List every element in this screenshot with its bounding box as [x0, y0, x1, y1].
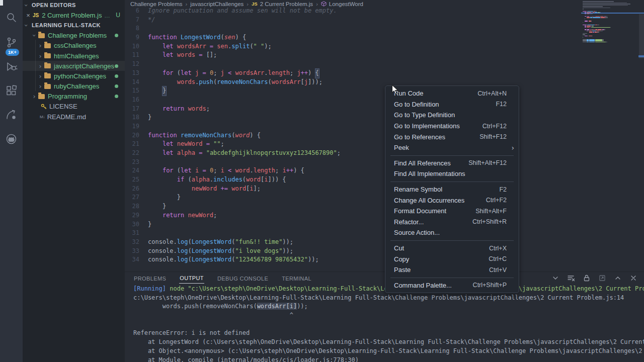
code-line-21: 21 let newWord = ""; — [125, 140, 644, 149]
menu-item-label: Format Document — [394, 207, 446, 215]
menu-item-find-all-references[interactable]: Find All ReferencesShift+Alt+F12 — [385, 158, 519, 169]
menu-item-paste[interactable]: PasteCtrl+V — [385, 264, 519, 276]
activity-bar: 1K+ — [0, 0, 23, 362]
menu-item-run-code[interactable]: Run CodeCtrl+Alt+N — [385, 88, 519, 99]
tree-item-label: htmlChallenges — [54, 52, 99, 60]
tree-item-label: pythonChallenges — [54, 72, 106, 80]
maximize-panel-icon[interactable] — [614, 274, 622, 282]
panel-tab-debug-console[interactable]: DEBUG CONSOLE — [217, 274, 269, 284]
lock-icon[interactable] — [583, 274, 591, 282]
code-line-34: 34console.log(LongestWord("123456789 987… — [125, 255, 644, 264]
code-line-12: 12 — [125, 60, 644, 69]
close-icon[interactable]: × — [25, 12, 32, 19]
menu-item-go-to-references[interactable]: Go to ReferencesShift+F12 — [385, 131, 519, 142]
panel-tab-terminal[interactable]: TERMINAL — [281, 274, 312, 284]
tree-item-Challenge Problems[interactable]: ›Challenge Problems — [23, 31, 125, 41]
menu-item-shortcut: Ctrl+F2 — [486, 197, 507, 204]
line-number: 8 — [125, 24, 148, 33]
tree-item-rubyChallenges[interactable]: ›rubyChallenges — [23, 81, 125, 92]
menu-item-change-all-occurrences[interactable]: Change All OccurrencesCtrl+F2 — [385, 195, 519, 206]
close-panel-icon[interactable] — [629, 274, 637, 282]
workspace-header[interactable]: › LEARNING FULL-STACK — [23, 20, 125, 30]
menu-item-copy[interactable]: CopyCtrl+C — [385, 253, 519, 264]
symbol-class-icon — [321, 1, 327, 7]
menu-item-label: Copy — [394, 255, 409, 263]
line-number: 20 — [125, 131, 148, 140]
code-line-22: 22 let alpha = "abcdefghijklnopqrstuvxyz… — [125, 149, 644, 158]
open-output-in-editor-icon[interactable] — [598, 274, 606, 282]
breadcrumb-label: javascriptChallenges — [190, 1, 244, 7]
license-key-icon — [41, 104, 47, 110]
code-line-27: 27 } — [125, 193, 644, 202]
tree-item-pythonChallenges[interactable]: ›pythonChallenges — [23, 71, 125, 81]
menu-item-go-to-type-definition[interactable]: Go to Type Definition — [385, 110, 519, 121]
breadcrumb-item-2[interactable]: javascriptChallenges — [190, 1, 244, 7]
menu-item-peek[interactable]: Peek› — [385, 142, 519, 153]
tree-item-javascriptChallenges[interactable]: ›javascriptChallenges — [23, 61, 125, 71]
code-line-28: 28 } — [125, 202, 644, 211]
live-share-icon[interactable] — [5, 109, 18, 121]
open-editors-header[interactable]: › OPEN EDITORS — [23, 0, 125, 10]
output-line: at Object.<anonymous> (c:\Users\steph\On… — [133, 347, 644, 356]
open-editor-filename: 2 Current Problem.js — [42, 12, 102, 19]
menu-item-label: Run Code — [394, 89, 424, 97]
breadcrumb-item-1[interactable]: Challenge Problems — [130, 1, 183, 7]
menu-item-shortcut: Shift+F12 — [479, 133, 507, 140]
code-line-23: 23 — [125, 158, 644, 167]
menu-item-label: Paste — [394, 266, 411, 274]
tree-item-LICENSE[interactable]: LICENSE — [23, 102, 125, 112]
menu-item-label: Change All Occurrences — [394, 197, 464, 204]
menu-item-label: Rename Symbol — [394, 186, 442, 193]
bottom-panel: PROBLEMSOUTPUTDEBUG CONSOLETERMINAL [Run… — [125, 272, 644, 362]
menu-item-rename-symbol[interactable]: Rename SymbolF2 — [385, 184, 519, 195]
menu-item-refactor[interactable]: Refactor...Ctrl+Shift+R — [385, 217, 519, 228]
code-line-31: 31 — [125, 229, 644, 238]
menu-item-cut[interactable]: CutCtrl+X — [385, 243, 519, 254]
code-area[interactable]: 6Ignore punctuation and assume sen will … — [125, 7, 644, 272]
breadcrumb-item-3[interactable]: JS2 Current Problem.js — [252, 1, 313, 7]
extensions-icon[interactable] — [5, 84, 18, 97]
code-line-26: 26 newWord += word[i]; — [125, 185, 644, 194]
git-modified-dot — [115, 95, 118, 98]
chevron-right-icon: › — [37, 42, 44, 49]
tree-item-cssChallenges[interactable]: ›cssChallenges — [23, 41, 125, 51]
github-icon[interactable] — [5, 133, 18, 145]
panel-tab-problems[interactable]: PROBLEMS — [133, 274, 167, 284]
menu-item-source-action[interactable]: Source Action... — [385, 227, 519, 238]
output-channel-dropdown-icon[interactable] — [551, 274, 559, 282]
markdown-icon: M↓ — [40, 115, 45, 119]
tree-item-htmlChallenges[interactable]: ›htmlChallenges — [23, 51, 125, 61]
menu-item-label: Peek — [394, 144, 409, 151]
tree-item-README.md[interactable]: M↓README.md — [23, 112, 125, 122]
run-and-debug-icon[interactable] — [5, 60, 18, 73]
menu-item-shortcut: Ctrl+F12 — [482, 123, 507, 130]
output-console[interactable]: [Running] node "c:\Users\steph\OneDrive\… — [125, 285, 644, 362]
breadcrumb-item-4[interactable]: LongestWord — [321, 1, 363, 7]
line-number: 17 — [125, 105, 148, 114]
source-control-icon[interactable] — [5, 36, 18, 49]
menu-item-command-palette[interactable]: Command Palette...Ctrl+Shift+P — [385, 280, 519, 291]
menu-divider — [390, 278, 514, 278]
search-icon[interactable] — [5, 11, 18, 24]
menu-item-find-all-implementations[interactable]: Find All Implementations — [385, 168, 519, 179]
menu-item-go-to-implementations[interactable]: Go to ImplementationsCtrl+F12 — [385, 121, 519, 132]
clear-output-icon[interactable] — [567, 274, 575, 282]
menu-item-go-to-definition[interactable]: Go to DefinitionF12 — [385, 99, 519, 110]
code-line-16: 16 — [125, 96, 644, 105]
output-line: at Module._compile (internal/modules/cjs… — [133, 356, 644, 362]
editor-scrollbar[interactable] — [639, 14, 644, 58]
code-line-33: 33console.log(LongestWord("i love dogs")… — [125, 247, 644, 256]
menu-item-format-document[interactable]: Format DocumentShift+Alt+F — [385, 206, 519, 217]
open-editor-item[interactable]: ×JS2 Current Problem.js...U — [23, 10, 125, 20]
menu-item-shortcut: Shift+Alt+F12 — [468, 159, 507, 166]
menu-item-shortcut: Ctrl+Shift+R — [472, 218, 507, 225]
menu-item-shortcut: F12 — [496, 101, 507, 108]
panel-tab-output[interactable]: OUTPUT — [179, 273, 204, 284]
line-number: 19 — [125, 122, 148, 131]
tree-item-Programming[interactable]: ›Programming — [23, 92, 125, 102]
code-editor[interactable]: Challenge Problems›javascriptChallenges›… — [125, 0, 644, 272]
overview-ruler-tick — [638, 55, 644, 57]
line-number: 24 — [125, 166, 148, 175]
panel-actions — [551, 274, 637, 282]
line-number: 15 — [125, 86, 148, 96]
